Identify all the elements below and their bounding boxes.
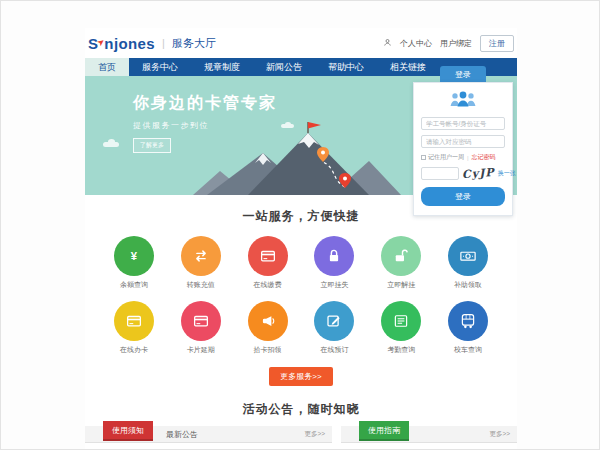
- logo-text-right: njones: [104, 35, 155, 52]
- service-item[interactable]: 转账充值: [172, 236, 230, 290]
- page: S➤njones | 服务大厅 个人中心 用户绑定 注册 首页服务中心规章制度新…: [0, 0, 600, 450]
- captcha-refresh-link[interactable]: 换一张: [498, 169, 516, 178]
- cloud-shape: [103, 142, 119, 147]
- hero-title: 你身边的卡管专家: [133, 93, 277, 114]
- forgot-password-link[interactable]: 忘记密码: [472, 153, 496, 162]
- user-binding-link[interactable]: 用户绑定: [440, 38, 472, 49]
- card-icon: [114, 301, 154, 341]
- service-label: 卡片延期: [172, 345, 230, 355]
- remember-checkbox[interactable]: [421, 155, 426, 160]
- nav-item-3[interactable]: 新闻公告: [253, 58, 315, 76]
- service-label: 立即解挂: [372, 280, 430, 290]
- captcha-input[interactable]: [421, 167, 459, 180]
- login-button[interactable]: 登录: [421, 187, 505, 206]
- register-button[interactable]: 注册: [480, 35, 514, 52]
- yen-icon: ¥: [114, 236, 154, 276]
- login-options: 记住用户一周 | 忘记密码: [421, 153, 505, 162]
- nav-item-4[interactable]: 帮助中心: [315, 58, 377, 76]
- remember-label: 记住用户一周: [428, 153, 464, 162]
- announcements-section: 活动公告，随时知晓 使用须知 最新公告 更多>> 使用指南 更多>>: [85, 386, 517, 450]
- service-item[interactable]: 卡片延期: [172, 301, 230, 355]
- more-services-button[interactable]: 更多服务>>: [269, 367, 332, 386]
- service-item[interactable]: ¥余额查询: [105, 236, 163, 290]
- card-icon: [248, 236, 288, 276]
- login-tab[interactable]: 登录: [440, 66, 486, 82]
- card-icon: [181, 301, 221, 341]
- megaphone-icon: [248, 301, 288, 341]
- lock-icon: [314, 236, 354, 276]
- login-card: 记住用户一周 | 忘记密码 CyJP 换一张 登录: [413, 82, 513, 216]
- services-section: 一站服务，方便快捷 ¥余额查询转账充值在线缴费立即挂失立即解挂补助领取 在线办卡…: [85, 195, 517, 386]
- personal-center-link[interactable]: 个人中心: [400, 38, 432, 49]
- nav-item-1[interactable]: 服务中心: [129, 58, 191, 76]
- users-icon: [421, 90, 505, 112]
- hero-text: 你身边的卡管专家 提供服务一步到位 了解更多: [133, 93, 277, 153]
- service-item[interactable]: 立即挂失: [305, 236, 363, 290]
- transfer-icon: [181, 236, 221, 276]
- person-icon: [383, 38, 392, 49]
- left-more-link[interactable]: 更多>>: [304, 430, 325, 439]
- latest-announcements-tab[interactable]: 最新公告: [166, 429, 198, 440]
- service-label: 立即挂失: [305, 280, 363, 290]
- captcha-row: CyJP 换一张: [421, 167, 505, 180]
- service-label: 校车查询: [439, 345, 497, 355]
- service-item[interactable]: 立即解挂: [372, 236, 430, 290]
- service-label: 拾卡招领: [239, 345, 297, 355]
- left-tabbar: 使用须知 最新公告 更多>>: [85, 426, 332, 443]
- hero-banner: 你身边的卡管专家 提供服务一步到位 了解更多: [85, 76, 517, 195]
- logo: S➤njones: [88, 35, 155, 52]
- username-input[interactable]: [421, 117, 505, 130]
- service-label: 转账充值: [172, 280, 230, 290]
- service-label: 余额查询: [105, 280, 163, 290]
- service-item[interactable]: 拾卡招领: [239, 301, 297, 355]
- services-row-2: 在线办卡卡片延期拾卡招领在线预订考勤查询校车查询: [85, 301, 517, 355]
- service-label: 补助领取: [439, 280, 497, 290]
- nav-item-2[interactable]: 规章制度: [191, 58, 253, 76]
- edit-icon: [314, 301, 354, 341]
- list-icon: [381, 301, 421, 341]
- options-divider: |: [467, 155, 469, 161]
- hero-cta-button[interactable]: 了解更多: [133, 138, 171, 153]
- service-item[interactable]: 校车查询: [439, 301, 497, 355]
- banknote-icon: [448, 236, 488, 276]
- site-container: S➤njones | 服务大厅 个人中心 用户绑定 注册 首页服务中心规章制度新…: [85, 28, 517, 450]
- service-item[interactable]: 在线预订: [305, 301, 363, 355]
- right-tabbar: 使用指南 更多>>: [341, 426, 517, 443]
- site-title: 服务大厅: [172, 36, 216, 51]
- service-label: 在线办卡: [105, 345, 163, 355]
- service-item[interactable]: 在线办卡: [105, 301, 163, 355]
- service-item[interactable]: 在线缴费: [239, 236, 297, 290]
- service-label: 在线预订: [305, 345, 363, 355]
- services-row-1: ¥余额查询转账充值在线缴费立即挂失立即解挂补助领取: [85, 236, 517, 290]
- service-label: 考勤查询: [372, 345, 430, 355]
- announcement-panels: 使用须知 最新公告 更多>> 使用指南 更多>>: [85, 426, 517, 450]
- topbar-right: 个人中心 用户绑定 注册: [383, 35, 514, 52]
- logo-divider: |: [162, 37, 165, 49]
- announcement-panel-right: 使用指南 更多>>: [341, 426, 517, 443]
- captcha-image: CyJP: [462, 166, 495, 181]
- service-label: 在线缴费: [239, 280, 297, 290]
- service-item[interactable]: 补助领取: [439, 236, 497, 290]
- unlock-icon: [381, 236, 421, 276]
- topbar: S➤njones | 服务大厅 个人中心 用户绑定 注册: [85, 28, 517, 58]
- bus-icon: [448, 301, 488, 341]
- service-item[interactable]: 考勤查询: [372, 301, 430, 355]
- announcements-heading: 活动公告，随时知晓: [85, 401, 517, 418]
- left-ribbon[interactable]: 使用须知: [103, 421, 153, 441]
- right-more-link[interactable]: 更多>>: [489, 430, 510, 439]
- password-input[interactable]: [421, 135, 505, 148]
- right-ribbon[interactable]: 使用指南: [359, 421, 409, 441]
- svg-text:¥: ¥: [131, 250, 138, 262]
- login-panel: 登录 记住用户一周 | 忘记密码 CyJP 换一张: [413, 66, 513, 216]
- hero-subtitle: 提供服务一步到位: [133, 120, 277, 131]
- announcement-panel-left: 使用须知 最新公告 更多>>: [85, 426, 332, 443]
- nav-item-0[interactable]: 首页: [85, 58, 129, 76]
